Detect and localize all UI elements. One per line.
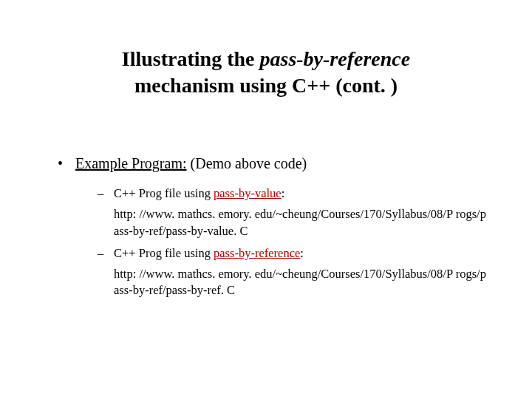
title-prefix: Illustrating the <box>122 47 260 70</box>
subitem-url: http: //www. mathcs. emory. edu/~cheung/… <box>98 206 488 239</box>
subitem-prefix: C++ Prog file using <box>114 186 214 200</box>
subitem-pass-by-reference: C++ Prog file using pass-by-reference: <box>98 245 488 262</box>
bullet-lead: Example Program: <box>75 155 187 171</box>
subitem-highlight: pass-by-reference <box>214 246 300 260</box>
subitem-url: http: //www. mathcs. emory. edu/~cheung/… <box>98 266 488 299</box>
slide: Illustrating the pass-by-reference mecha… <box>0 0 532 399</box>
title-line2: mechanism using C++ (cont. ) <box>134 74 398 97</box>
title-italic: pass-by-reference <box>259 47 410 70</box>
subitem-highlight: pass-by-value <box>214 186 282 200</box>
bullet-lead-after: (Demo above code) <box>187 155 307 171</box>
subitem-suffix: : <box>282 186 285 200</box>
slide-body: Example Program: (Demo above code) C++ P… <box>58 155 488 313</box>
subitem-suffix: : <box>300 246 304 260</box>
bullet-example-program: Example Program: (Demo above code) C++ P… <box>58 155 488 299</box>
subitem-pass-by-value: C++ Prog file using pass-by-value: <box>98 185 488 202</box>
sublist: C++ Prog file using pass-by-value: http:… <box>98 185 488 299</box>
slide-title: Illustrating the pass-by-reference mecha… <box>0 46 532 100</box>
subitem-prefix: C++ Prog file using <box>114 246 214 260</box>
